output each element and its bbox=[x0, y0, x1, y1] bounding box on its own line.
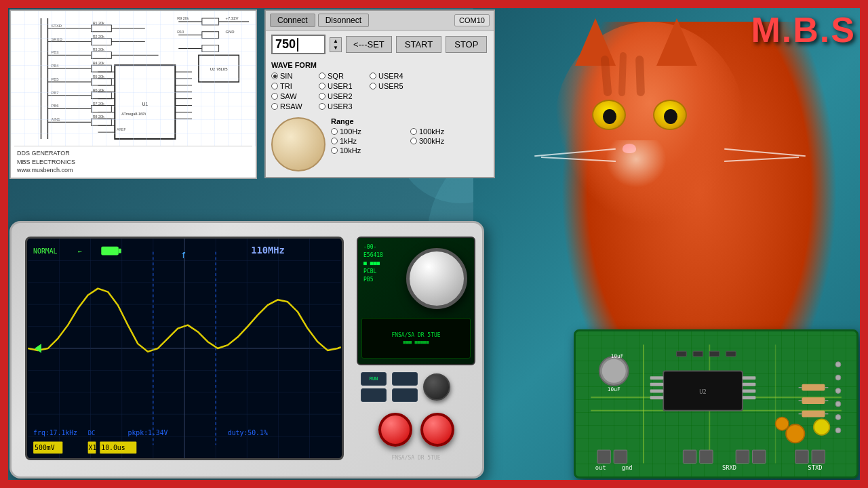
svg-text:500mV: 500mV bbox=[35, 444, 55, 451]
rsaw-radio[interactable] bbox=[271, 103, 278, 110]
user2-radio[interactable] bbox=[319, 93, 326, 100]
cat-ear-left bbox=[575, 18, 616, 66]
svg-rect-145 bbox=[753, 450, 766, 463]
waveform-tri[interactable]: TRI bbox=[271, 82, 319, 90]
range-100khz[interactable]: 100kHz bbox=[410, 127, 488, 136]
frequency-knob[interactable] bbox=[271, 117, 326, 171]
ctrl-btn-1[interactable]: RUN bbox=[361, 372, 387, 386]
logo-text: M.B.S bbox=[751, 10, 856, 49]
svg-text:X1: X1 bbox=[89, 444, 97, 451]
frequency-up[interactable]: ▲ bbox=[330, 38, 341, 45]
svg-rect-146 bbox=[795, 450, 808, 463]
svg-point-157 bbox=[835, 362, 841, 367]
svg-text:110MHz: 110MHz bbox=[251, 245, 285, 256]
svg-text:NORMAL: NORMAL bbox=[33, 247, 57, 255]
frequency-spinner[interactable]: ▲ ▼ bbox=[330, 37, 342, 52]
pcb-svg: U2 10uF bbox=[576, 331, 856, 476]
mbs-logo: M.B.S bbox=[751, 9, 856, 50]
oscilloscope-screen: f DC frq:17.1kHz pkpk:1.34V duty:50.1% 5… bbox=[25, 237, 344, 460]
svg-rect-131 bbox=[802, 384, 825, 391]
svg-text:out: out bbox=[595, 464, 606, 471]
svg-text:10uF: 10uF bbox=[608, 386, 620, 392]
range-100khz-radio[interactable] bbox=[410, 128, 417, 135]
tri-radio[interactable] bbox=[271, 83, 278, 89]
main-encoder-knob[interactable] bbox=[406, 248, 467, 309]
device-label: FNSA/SA DR 5TUE bbox=[357, 455, 475, 461]
red-button-2[interactable] bbox=[420, 413, 454, 447]
osc-tft-panel: -00- E56418 ■ ■■■ PCBL PB5 FNSA/SA DR 5T… bbox=[357, 237, 475, 365]
user3-radio[interactable] bbox=[319, 103, 326, 110]
range-100hz-radio[interactable] bbox=[331, 128, 338, 135]
svg-text:pkpk:1.34V: pkpk:1.34V bbox=[128, 429, 168, 436]
cat-muzzle bbox=[606, 140, 667, 188]
svg-rect-107 bbox=[101, 247, 119, 256]
svg-point-161 bbox=[835, 415, 841, 420]
waveform-section: WAVE FORM SIN TRI SAW RSAW bbox=[266, 58, 494, 115]
cp-bottom: Range 100Hz 100kHz 1kHz 300kHz bbox=[266, 115, 494, 177]
waveform-user1[interactable]: USER1 bbox=[319, 82, 370, 90]
svg-rect-120 bbox=[650, 396, 663, 399]
frequency-down[interactable]: ▼ bbox=[330, 45, 341, 52]
svg-text:SRXD: SRXD bbox=[722, 464, 736, 471]
svg-rect-121 bbox=[743, 376, 755, 380]
svg-rect-134 bbox=[802, 397, 825, 404]
waveform-user4[interactable]: USER4 bbox=[370, 72, 420, 80]
svg-text:STXD: STXD bbox=[808, 464, 822, 471]
schematic-grid bbox=[11, 11, 256, 146]
tft-display: -00- E56418 ■ ■■■ PCBL PB5 bbox=[363, 243, 383, 284]
red-button-1[interactable] bbox=[378, 413, 412, 447]
svg-text:gnd: gnd bbox=[622, 464, 633, 471]
oscilloscope-grid-svg: f DC frq:17.1kHz pkpk:1.34V duty:50.1% 5… bbox=[27, 239, 342, 458]
waveform-saw[interactable]: SAW bbox=[271, 92, 319, 100]
sin-radio[interactable] bbox=[271, 73, 278, 79]
button-grid: RUN bbox=[361, 372, 418, 402]
saw-radio[interactable] bbox=[271, 93, 278, 100]
range-300khz-radio[interactable] bbox=[410, 138, 417, 144]
waveform-user5[interactable]: USER5 bbox=[370, 82, 420, 90]
svg-text:f: f bbox=[181, 251, 186, 260]
svg-text:10uF: 10uF bbox=[611, 353, 624, 359]
range-1khz[interactable]: 1kHz bbox=[331, 137, 409, 145]
svg-rect-143 bbox=[700, 450, 713, 463]
schematic-website: www.musbench.com bbox=[17, 166, 250, 175]
user4-radio[interactable] bbox=[370, 73, 376, 79]
start-button[interactable]: START bbox=[396, 36, 441, 53]
range-100hz[interactable]: 100Hz bbox=[331, 127, 409, 136]
sqr-radio[interactable] bbox=[319, 73, 326, 79]
user5-radio[interactable] bbox=[370, 83, 376, 89]
svg-point-128 bbox=[786, 424, 804, 443]
connect-button[interactable]: Connect bbox=[270, 14, 315, 27]
svg-point-162 bbox=[835, 428, 841, 433]
range-300khz[interactable]: 300kHz bbox=[410, 137, 488, 145]
small-knob[interactable] bbox=[423, 373, 450, 401]
set-button[interactable]: <---SET bbox=[346, 36, 392, 53]
com-port-selector[interactable]: COM10 bbox=[454, 14, 490, 26]
svg-rect-142 bbox=[683, 450, 696, 463]
svg-rect-122 bbox=[743, 383, 755, 386]
stop-button[interactable]: STOP bbox=[446, 36, 487, 53]
svg-rect-155 bbox=[709, 351, 719, 357]
svg-point-126 bbox=[602, 359, 626, 383]
ctrl-btn-3[interactable] bbox=[361, 388, 387, 402]
waveform-user3[interactable]: USER3 bbox=[319, 102, 370, 110]
cat-ear-right bbox=[656, 18, 697, 66]
disconnect-button[interactable]: Disonnect bbox=[318, 14, 369, 27]
waveform-user2[interactable]: USER2 bbox=[319, 92, 370, 100]
stripe-3 bbox=[635, 56, 645, 96]
svg-rect-154 bbox=[693, 351, 703, 357]
schematic-diagram: U1 STXD SRXD PB3 PB4 bbox=[11, 11, 256, 146]
range-10khz[interactable]: 10kHz bbox=[331, 146, 409, 155]
ctrl-btn-2[interactable] bbox=[392, 372, 418, 386]
text-cursor bbox=[297, 38, 298, 52]
svg-text:frq:17.1kHz: frq:17.1kHz bbox=[33, 429, 77, 436]
waveform-sin[interactable]: SIN bbox=[271, 72, 319, 80]
pcb-board: U2 10uF bbox=[574, 329, 859, 479]
range-10khz-radio[interactable] bbox=[331, 147, 338, 154]
screen-inner: f DC frq:17.1kHz pkpk:1.34V duty:50.1% 5… bbox=[27, 239, 342, 458]
waveform-sqr[interactable]: SQR bbox=[319, 72, 370, 80]
waveform-rsaw[interactable]: RSAW bbox=[271, 102, 319, 110]
schematic-subtitle: MBS ELECTRONICS bbox=[17, 158, 250, 167]
range-1khz-radio[interactable] bbox=[331, 138, 338, 144]
ctrl-btn-4[interactable] bbox=[392, 388, 418, 402]
user1-radio[interactable] bbox=[319, 83, 326, 89]
